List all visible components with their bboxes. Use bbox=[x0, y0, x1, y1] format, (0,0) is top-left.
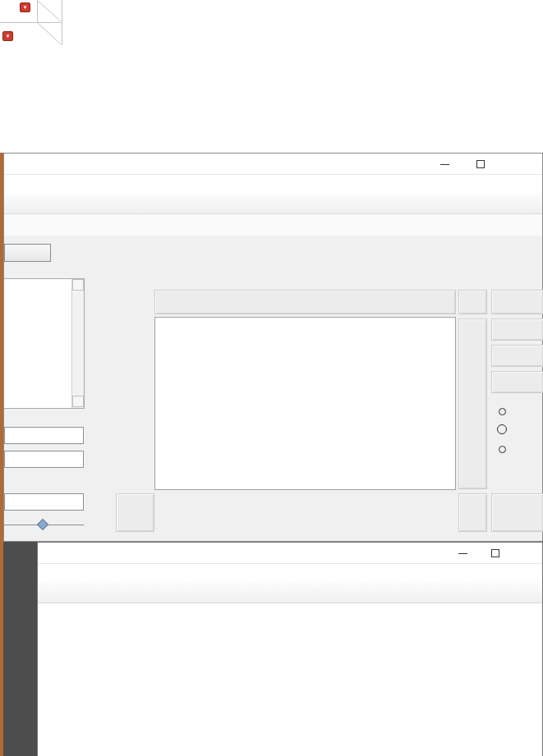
maximize-button[interactable] bbox=[463, 153, 498, 175]
screen: ▾ ▾ bbox=[0, 0, 543, 756]
minimize-icon bbox=[458, 553, 467, 554]
scroll-up-button[interactable] bbox=[72, 279, 84, 291]
size-legend bbox=[491, 397, 543, 468]
script-toolbar bbox=[38, 582, 542, 603]
page-zone[interactable] bbox=[491, 493, 543, 532]
script-menubar bbox=[38, 564, 542, 582]
map-shape-zone[interactable] bbox=[116, 493, 154, 532]
variables-list[interactable] bbox=[4, 278, 85, 409]
rows-panel-red-triangle-menu[interactable]: ▾ bbox=[2, 31, 13, 41]
group-y-zone[interactable] bbox=[458, 318, 487, 489]
freq-zone[interactable] bbox=[458, 493, 487, 532]
columns-panel-red-triangle-menu[interactable]: ▾ bbox=[20, 2, 30, 12]
script-editor[interactable] bbox=[38, 603, 542, 756]
interval-zone[interactable] bbox=[491, 371, 543, 393]
minimize-button[interactable] bbox=[427, 153, 462, 175]
wrap-zone[interactable] bbox=[458, 290, 487, 314]
legend-marker-50 bbox=[499, 408, 506, 415]
error-bar-dropdown[interactable] bbox=[4, 493, 84, 511]
legend-marker-row bbox=[499, 446, 506, 453]
size-zone[interactable] bbox=[491, 345, 543, 367]
graph-builder-window bbox=[3, 153, 543, 542]
maximize-button[interactable] bbox=[480, 543, 511, 564]
chart-type-palette bbox=[4, 237, 543, 263]
color-zone[interactable] bbox=[491, 318, 543, 341]
scroll-down-button[interactable] bbox=[72, 396, 84, 407]
variables-scrollbar[interactable] bbox=[71, 279, 84, 408]
background-dark-panel bbox=[3, 542, 37, 756]
minimize-button[interactable] bbox=[447, 543, 478, 564]
minimize-icon bbox=[440, 164, 449, 165]
graph-builder-menubar bbox=[4, 175, 542, 193]
group-x-zone[interactable] bbox=[154, 290, 456, 314]
jitter-slider-handle[interactable] bbox=[37, 519, 48, 530]
plot-frame[interactable] bbox=[154, 317, 456, 490]
overlay-zone[interactable] bbox=[491, 290, 543, 314]
data-table-window: ▾ ▾ bbox=[0, 0, 543, 153]
content-top-strip bbox=[4, 214, 542, 236]
close-button[interactable] bbox=[501, 153, 541, 175]
maximize-icon bbox=[491, 549, 499, 557]
maximize-icon bbox=[476, 160, 485, 168]
graph-builder-toolbar bbox=[4, 193, 542, 214]
error-interval-dropdown[interactable] bbox=[4, 451, 84, 468]
script-window bbox=[37, 542, 543, 756]
summary-statistic-dropdown[interactable] bbox=[4, 427, 84, 444]
legend-marker-70 bbox=[497, 424, 507, 434]
script-file-icon bbox=[41, 544, 59, 562]
close-button[interactable] bbox=[513, 543, 542, 564]
